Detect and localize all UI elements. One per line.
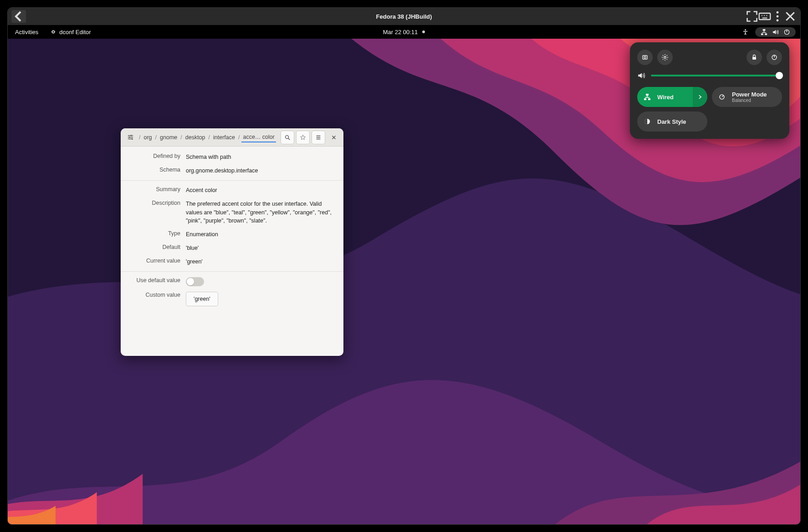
dark-style-icon [644, 118, 651, 125]
svg-rect-5 [763, 29, 766, 30]
dark-style-pill[interactable]: Dark Style [637, 111, 707, 132]
volume-icon [637, 71, 645, 80]
power-icon [771, 54, 778, 61]
dconf-body: Defined bySchema with path Schemaorg.gno… [121, 147, 343, 318]
chevron-right-icon [697, 94, 703, 100]
gear-icon [661, 54, 669, 61]
description-value: The preferred accent color for the user … [186, 200, 335, 224]
custom-value-label: Custom value [129, 292, 186, 306]
lock-icon [751, 54, 758, 61]
search-button[interactable] [281, 131, 294, 144]
activities-button[interactable]: Activities [12, 28, 41, 36]
clock-label: Mar 22 00:11 [383, 29, 418, 35]
svg-rect-13 [752, 57, 756, 60]
type-label: Type [129, 230, 186, 238]
gnome-topbar: Activities dconf Editor Mar 22 00:11 [8, 25, 800, 39]
network-pill[interactable]: Wired [637, 87, 707, 107]
vm-menu-button[interactable] [771, 10, 784, 23]
svg-rect-0 [759, 13, 771, 20]
network-wired-icon [761, 29, 767, 35]
power-mode-icon [718, 93, 726, 101]
vm-back-button[interactable] [11, 10, 26, 23]
screenshot-icon [641, 54, 649, 61]
dark-style-label: Dark Style [657, 118, 707, 125]
fullscreen-icon [746, 10, 758, 23]
close-icon [331, 134, 337, 141]
breadcrumb-seg-current[interactable]: acce… color [241, 132, 276, 142]
schema-label: Schema [129, 167, 186, 175]
breadcrumb-sep: / [180, 134, 182, 141]
search-icon [284, 134, 291, 141]
svg-point-20 [130, 135, 132, 136]
power-menu-button[interactable] [767, 50, 782, 65]
network-pill-label: Wired [657, 94, 693, 101]
svg-point-23 [286, 135, 289, 138]
clock[interactable]: Mar 22 00:11 [8, 29, 800, 35]
current-value: 'green' [186, 258, 335, 266]
network-wired-icon [644, 93, 651, 101]
svg-point-22 [131, 138, 133, 140]
app-menu[interactable]: dconf Editor [50, 29, 91, 35]
bookmark-button[interactable] [296, 131, 310, 144]
default-value: 'blue' [186, 244, 335, 252]
defined-by-value: Schema with path [186, 153, 335, 161]
summary-value: Accent color [186, 186, 335, 194]
svg-rect-15 [646, 94, 649, 96]
breadcrumb-seg-interface[interactable]: interface [212, 133, 236, 142]
power-mode-sublabel: Balanced [732, 98, 782, 103]
power-mode-pill[interactable]: Power Mode Balanced [712, 87, 782, 107]
svg-rect-17 [648, 98, 650, 100]
vm-close-button[interactable] [784, 10, 797, 23]
vm-keyboard-button[interactable] [758, 10, 771, 23]
svg-rect-7 [765, 33, 767, 35]
volume-slider[interactable] [651, 75, 782, 76]
dconf-home-button[interactable] [123, 131, 137, 144]
app-name-label: dconf Editor [59, 29, 91, 35]
accessibility-icon[interactable] [742, 29, 749, 35]
star-icon [300, 134, 306, 141]
svg-point-1 [777, 11, 779, 14]
current-label: Current value [129, 258, 186, 266]
breadcrumb-seg-org[interactable]: org [142, 133, 153, 142]
use-default-toggle[interactable] [186, 277, 204, 286]
hamburger-icon [315, 134, 322, 141]
power-mode-label: Power Mode [732, 91, 782, 98]
network-pill-expand[interactable] [693, 87, 707, 107]
svg-rect-16 [644, 98, 646, 100]
hamburger-button[interactable] [312, 131, 325, 144]
vm-titlebar: Fedora 38 (JHBuild) [8, 8, 800, 25]
volume-icon [772, 29, 779, 35]
svg-point-12 [664, 56, 666, 58]
breadcrumb-sep: / [139, 134, 140, 141]
summary-label: Summary [129, 186, 186, 194]
svg-rect-6 [761, 33, 763, 35]
schema-value: org.gnome.desktop.interface [186, 167, 335, 175]
defined-by-label: Defined by [129, 153, 186, 161]
custom-value-combo[interactable]: 'green' [186, 292, 218, 306]
slider-thumb[interactable] [776, 72, 783, 79]
dconf-icon [50, 29, 56, 35]
kebab-icon [771, 10, 784, 23]
breadcrumb-sep: / [238, 134, 240, 141]
breadcrumb-seg-desktop[interactable]: desktop [184, 133, 207, 142]
system-status-area[interactable] [755, 27, 796, 37]
svg-point-11 [644, 56, 646, 58]
window-close-button[interactable] [327, 131, 341, 144]
breadcrumb-sep: / [209, 134, 210, 141]
breadcrumb-seg-gnome[interactable]: gnome [159, 133, 179, 142]
quick-settings-popover: Wired Power Mode Balanced Dark Style [630, 42, 789, 139]
settings-sliders-icon [127, 134, 134, 141]
settings-button[interactable] [657, 50, 673, 65]
system-tray [742, 27, 796, 37]
dconf-headerbar: / org / gnome / desktop / interface / ac… [121, 128, 343, 147]
description-label: Description [129, 200, 186, 224]
type-value: Enumeration [186, 230, 335, 238]
volume-row [637, 71, 782, 80]
svg-rect-10 [643, 56, 647, 59]
screenshot-button[interactable] [637, 50, 653, 65]
breadcrumb: / org / gnome / desktop / interface / ac… [139, 132, 276, 142]
vm-fullscreen-button[interactable] [746, 10, 758, 23]
dconf-window: / org / gnome / desktop / interface / ac… [121, 128, 343, 356]
vm-window: Fedora 38 (JHBuild) Activities dconf Edi… [7, 7, 801, 525]
lock-button[interactable] [747, 50, 762, 65]
